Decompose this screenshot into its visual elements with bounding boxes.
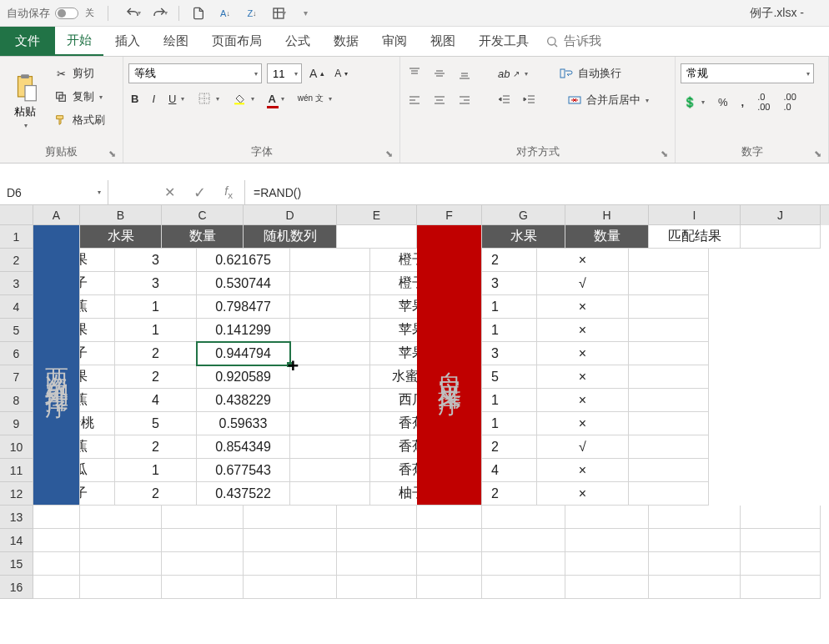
- tab-draw[interactable]: 绘图: [152, 27, 200, 56]
- cell-D10[interactable]: 0.854349: [197, 435, 290, 459]
- increase-indent-button[interactable]: [520, 92, 539, 108]
- tab-insert[interactable]: 插入: [103, 27, 152, 56]
- cell-B15[interactable]: [80, 552, 162, 576]
- cell-J12[interactable]: [629, 482, 709, 506]
- cell-J15[interactable]: [741, 552, 821, 576]
- fill-color-button[interactable]: ▾: [230, 90, 257, 107]
- column-header-A[interactable]: A: [33, 205, 80, 225]
- cell-B16[interactable]: [80, 576, 162, 599]
- cell-G15[interactable]: [482, 552, 565, 576]
- cell-J3[interactable]: [629, 272, 709, 295]
- number-format-select[interactable]: 常规▾: [681, 63, 814, 83]
- cell-C5[interactable]: 1: [115, 319, 197, 342]
- cell-D16[interactable]: [244, 576, 337, 599]
- cell-H14[interactable]: [565, 529, 649, 552]
- worksheet-grid[interactable]: ABCDEFGHIJ 1水果数量随机数列水果数量匹配结果2苹果30.621675…: [0, 205, 829, 599]
- cell-C10[interactable]: 2: [115, 435, 197, 459]
- cell-D5[interactable]: 0.141299: [197, 319, 290, 342]
- cell-E1[interactable]: [337, 225, 417, 249]
- wrap-text-button[interactable]: 自动换行: [555, 63, 624, 83]
- sort-desc-button[interactable]: Z↓: [241, 3, 263, 24]
- cell-J2[interactable]: [629, 249, 709, 272]
- tab-data[interactable]: 数据: [322, 27, 370, 56]
- borders-button[interactable]: ▾: [195, 90, 222, 107]
- tab-pagelayout[interactable]: 页面布局: [200, 27, 274, 56]
- cell-I16[interactable]: [649, 576, 741, 599]
- fx-button[interactable]: fx: [224, 184, 233, 200]
- cell-C1[interactable]: 数量: [162, 225, 244, 249]
- cell-I12[interactable]: ×: [537, 482, 629, 506]
- cell-J8[interactable]: [629, 389, 709, 412]
- cell-I10[interactable]: √: [537, 435, 629, 459]
- cell-D7[interactable]: 0.920589: [197, 365, 290, 389]
- cell-E6[interactable]: [290, 342, 370, 365]
- cell-E15[interactable]: [337, 552, 417, 576]
- align-top-button[interactable]: [405, 65, 424, 82]
- sort-asc-button[interactable]: A↓: [214, 3, 236, 24]
- cell-E9[interactable]: [290, 412, 370, 435]
- cell-A14[interactable]: [33, 529, 80, 552]
- cell-C12[interactable]: 2: [115, 482, 197, 506]
- merge-center-button[interactable]: 合并后居中▾: [564, 90, 651, 110]
- autosave-toggle[interactable]: 自动保存 关: [7, 6, 94, 21]
- cell-D1[interactable]: 随机数列: [244, 225, 337, 249]
- cell-H15[interactable]: [565, 552, 649, 576]
- cell-I5[interactable]: ×: [537, 319, 629, 342]
- cell-J10[interactable]: [629, 435, 709, 459]
- tab-developer[interactable]: 开发工具: [467, 27, 540, 56]
- alignment-dialog-launcher[interactable]: ⬊: [661, 148, 668, 159]
- cell-E12[interactable]: [290, 482, 370, 506]
- align-bottom-button[interactable]: [455, 65, 474, 82]
- decrease-font-button[interactable]: A▾: [332, 66, 350, 81]
- cell-D6[interactable]: 0.944794+: [197, 342, 290, 365]
- cell-C4[interactable]: 1: [115, 295, 197, 319]
- row-header[interactable]: 3: [0, 272, 33, 295]
- cancel-formula-button[interactable]: ✕: [164, 184, 175, 200]
- tab-file[interactable]: 文件: [0, 27, 55, 56]
- cell-G16[interactable]: [482, 576, 565, 599]
- cell-F1[interactable]: 自定义排序: [417, 225, 482, 506]
- cell-J14[interactable]: [741, 529, 821, 552]
- comma-format-button[interactable]: ,: [739, 94, 747, 110]
- cell-J7[interactable]: [629, 365, 709, 389]
- cell-G13[interactable]: [482, 506, 565, 529]
- font-name-select[interactable]: 等线▾: [128, 63, 262, 83]
- cell-I2[interactable]: ×: [537, 249, 629, 272]
- cell-E2[interactable]: [290, 249, 370, 272]
- phonetic-button[interactable]: wén 文▾: [295, 93, 334, 104]
- column-header-J[interactable]: J: [741, 205, 821, 225]
- cell-D12[interactable]: 0.437522: [197, 482, 290, 506]
- cell-C8[interactable]: 4: [115, 389, 197, 412]
- cell-E4[interactable]: [290, 295, 370, 319]
- cell-C14[interactable]: [162, 529, 244, 552]
- align-center-button[interactable]: [430, 92, 449, 108]
- cell-E5[interactable]: [290, 319, 370, 342]
- cell-F14[interactable]: [417, 529, 482, 552]
- column-header-B[interactable]: B: [80, 205, 162, 225]
- bold-button[interactable]: B: [128, 91, 141, 107]
- decrease-indent-button[interactable]: [495, 92, 514, 108]
- cell-I1[interactable]: 匹配结果: [649, 225, 741, 249]
- align-middle-button[interactable]: [430, 65, 449, 82]
- cell-D8[interactable]: 0.438229: [197, 389, 290, 412]
- cell-I7[interactable]: ×: [537, 365, 629, 389]
- formula-input[interactable]: =RAND(): [245, 180, 829, 204]
- row-header[interactable]: 14: [0, 529, 33, 552]
- cell-C15[interactable]: [162, 552, 244, 576]
- row-header[interactable]: 9: [0, 412, 33, 435]
- tab-view[interactable]: 视图: [419, 27, 467, 56]
- cell-I4[interactable]: ×: [537, 295, 629, 319]
- cell-C16[interactable]: [162, 576, 244, 599]
- column-header-H[interactable]: H: [565, 205, 649, 225]
- column-header-G[interactable]: G: [482, 205, 565, 225]
- increase-decimal-button[interactable]: .0.00: [755, 90, 772, 113]
- number-dialog-launcher[interactable]: ⬊: [814, 148, 821, 159]
- cell-E14[interactable]: [337, 529, 417, 552]
- cell-J4[interactable]: [629, 295, 709, 319]
- cell-H13[interactable]: [565, 506, 649, 529]
- fill-handle[interactable]: [287, 362, 292, 367]
- cell-J9[interactable]: [629, 412, 709, 435]
- row-header[interactable]: 2: [0, 249, 33, 272]
- accounting-format-button[interactable]: 💲▾: [681, 94, 707, 110]
- cell-A13[interactable]: [33, 506, 80, 529]
